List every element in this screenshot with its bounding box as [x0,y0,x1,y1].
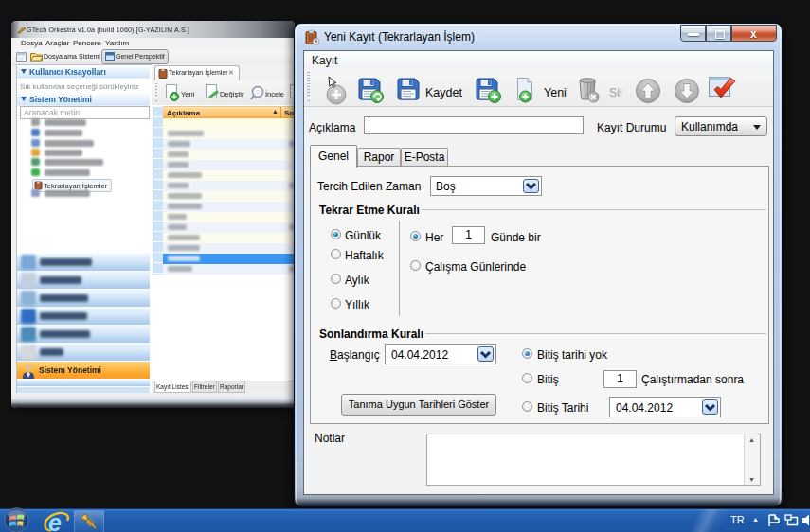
svg-text:e: e [48,510,62,532]
